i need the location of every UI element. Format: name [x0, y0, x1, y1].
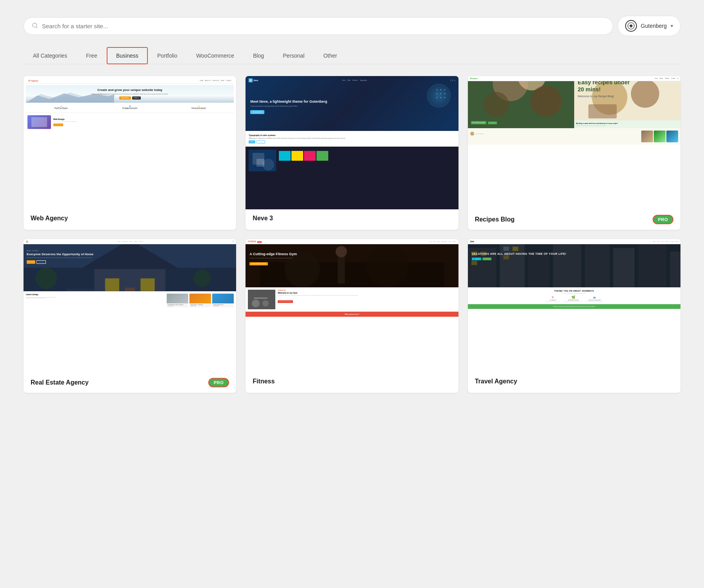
- svg-point-9: [440, 93, 442, 94]
- chevron-down-icon: ▾: [671, 23, 673, 29]
- pro-badge-real-estate: PRO: [208, 378, 229, 387]
- template-title-recipes-blog: Recipes Blog: [475, 216, 515, 223]
- svg-point-11: [436, 97, 438, 98]
- svg-text:Welcome to my Recipe Blog!: Welcome to my Recipe Blog!: [578, 94, 614, 98]
- template-preview-recipes-blog: Recipes HomeAboutRecipesContactQ: [468, 76, 680, 209]
- svg-point-8: [436, 93, 438, 94]
- svg-point-50: [252, 299, 260, 307]
- template-footer-real-estate: Real Estate Agency PRO: [24, 372, 236, 393]
- svg-point-13: [444, 97, 446, 98]
- category-item-free[interactable]: Free: [76, 47, 107, 64]
- svg-point-6: [440, 89, 442, 91]
- template-title-web-agency: Web Agency: [31, 215, 68, 222]
- category-item-woocommerce[interactable]: WooCommerce: [187, 47, 244, 64]
- svg-text:Easy recipes under: Easy recipes under: [578, 81, 630, 85]
- template-footer-fitness: Fitness: [246, 372, 458, 390]
- svg-rect-16: [256, 159, 264, 167]
- svg-point-7: [444, 89, 446, 91]
- template-footer-web-agency: Web Agency: [24, 209, 236, 227]
- template-title-fitness: Fitness: [253, 378, 275, 385]
- search-section: Gutenberg ▾: [24, 16, 680, 36]
- svg-point-5: [436, 89, 438, 91]
- svg-point-0: [33, 23, 37, 27]
- template-card-fitness[interactable]: FITNESS LIVE HomeBlogPagesImage GroupNew…: [246, 239, 458, 393]
- template-preview-neve-3: N Neve HomeBlogFeaturesTypography ft+: [246, 76, 458, 209]
- template-preview-travel: Zele HomeAboutTeamSummerContactBlog ♦: [468, 239, 680, 372]
- templates-grid: YF Agency HOMEABOUT USPORTFOLIONEWSCONTA…: [24, 76, 680, 393]
- template-card-recipes-blog[interactable]: Recipes HomeAboutRecipesContactQ: [468, 76, 680, 230]
- svg-rect-52: [254, 298, 267, 299]
- search-input[interactable]: [42, 23, 605, 29]
- template-card-travel-agency[interactable]: Zele HomeAboutTeamSummerContactBlog ♦: [468, 239, 680, 393]
- svg-point-2: [630, 25, 632, 27]
- gutenberg-label: Gutenberg: [641, 23, 667, 29]
- svg-rect-49: [248, 290, 275, 309]
- template-card-neve-3[interactable]: N Neve HomeBlogFeaturesTypography ft+: [246, 76, 458, 230]
- svg-text:20 mins!: 20 mins!: [578, 86, 601, 93]
- pro-badge-recipes-blog: PRO: [653, 215, 673, 224]
- category-item-other[interactable]: Other: [314, 47, 346, 64]
- template-card-web-agency[interactable]: YF Agency HOMEABOUT USPORTFOLIONEWSCONTA…: [24, 76, 236, 230]
- template-footer-neve-3: Neve 3: [246, 209, 458, 227]
- svg-point-12: [440, 97, 442, 98]
- svg-point-10: [444, 93, 446, 94]
- category-item-blog[interactable]: Blog: [244, 47, 273, 64]
- template-title-real-estate: Real Estate Agency: [31, 379, 89, 386]
- template-footer-travel-agency: Travel Agency: [468, 372, 680, 390]
- svg-rect-25: [588, 104, 617, 118]
- template-preview-fitness: FITNESS LIVE HomeBlogPagesImage GroupNew…: [246, 239, 458, 372]
- search-icon: [32, 22, 38, 30]
- template-card-real-estate[interactable]: 🏠 HOMEDIRECTORYABOUTNEWSCONTACT ☰: [24, 239, 236, 393]
- template-preview-real-estate: 🏠 HOMEDIRECTORYABOUTNEWSCONTACT ☰: [24, 239, 236, 372]
- gutenberg-logo: [625, 20, 637, 32]
- category-item-portfolio[interactable]: Portfolio: [148, 47, 187, 64]
- category-item-business[interactable]: Business: [107, 47, 148, 64]
- categories-nav: All Categories Free Business Portfolio W…: [24, 47, 680, 64]
- category-item-personal[interactable]: Personal: [273, 47, 314, 64]
- svg-point-51: [262, 300, 269, 307]
- gutenberg-selector[interactable]: Gutenberg ▾: [618, 16, 680, 36]
- template-title-neve-3: Neve 3: [253, 215, 273, 222]
- search-bar-container: [24, 17, 613, 35]
- template-footer-recipes-blog: Recipes Blog PRO: [468, 209, 680, 230]
- category-item-all[interactable]: All Categories: [24, 47, 76, 64]
- svg-point-20: [483, 92, 509, 117]
- template-preview-web-agency: YF Agency HOMEABOUT USPORTFOLIONEWSCONTA…: [24, 76, 236, 209]
- template-title-travel-agency: Travel Agency: [475, 378, 517, 385]
- svg-point-21: [530, 85, 562, 117]
